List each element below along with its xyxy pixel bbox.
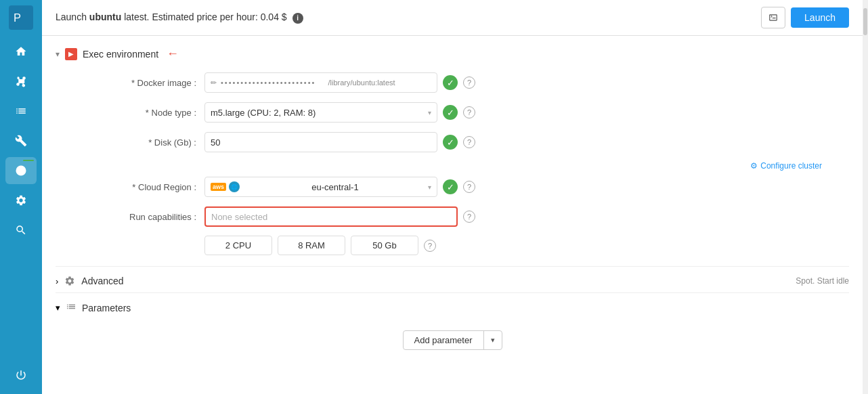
topbar-title: Launch ubuntu latest. Estimated price pe… <box>56 12 761 24</box>
notification-badge <box>23 160 34 161</box>
app-logo[interactable]: P <box>9 5 33 30</box>
sidebar-item-runs[interactable] <box>5 97 37 125</box>
sidebar: P <box>0 0 42 394</box>
svg-point-1 <box>16 166 26 176</box>
scrollbar[interactable] <box>863 0 868 394</box>
launch-button[interactable]: Launch <box>791 7 849 28</box>
configure-cluster-link[interactable]: ⚙ Configure cluster <box>750 161 822 171</box>
app-name: ubuntu <box>89 12 121 22</box>
params-title: Parameters <box>82 303 131 313</box>
docker-image-label: * Docker image : <box>110 78 204 88</box>
docker-image-value: /library/ubuntu:latest <box>328 79 432 87</box>
sidebar-item-home[interactable] <box>5 38 37 65</box>
run-cap-help[interactable]: ? <box>463 211 475 223</box>
run-cap-row: Run capabilities : None selected ? <box>110 206 822 227</box>
docker-image-input[interactable]: ✏ •••••••••••••••••••••••• /library/ubun… <box>204 72 437 93</box>
sidebar-item-search[interactable] <box>5 217 37 244</box>
run-cap-control: None selected ? <box>204 206 475 227</box>
aws-badge: aws 🌐 <box>211 181 240 192</box>
disk-check: ✓ <box>443 135 458 150</box>
add-param-button[interactable]: Add parameter ▾ <box>403 330 502 350</box>
resources-help[interactable]: ? <box>424 240 436 252</box>
cloud-region-help[interactable]: ? <box>463 181 475 193</box>
topbar: Launch ubuntu latest. Estimated price pe… <box>42 0 863 36</box>
sidebar-item-tools[interactable] <box>5 127 37 154</box>
sidebar-item-pipelines[interactable] <box>5 68 37 95</box>
run-cap-input[interactable]: None selected <box>204 206 458 227</box>
run-cap-placeholder: None selected <box>211 212 267 222</box>
aws-logo: aws <box>211 183 226 191</box>
advanced-title: Advanced <box>81 276 123 286</box>
svg-text:P: P <box>14 12 21 24</box>
exec-env-icon: ▶ <box>65 48 77 60</box>
launch-prefix: Launch <box>56 12 89 22</box>
resource-row: 2 CPU 8 RAM 50 Gb ? <box>110 236 822 255</box>
node-type-check: ✓ <box>443 105 458 120</box>
docker-image-blurred: •••••••••••••••••••••••• <box>221 79 324 87</box>
exec-env-header[interactable]: ▾ ▶ Exec environment ← <box>56 47 849 61</box>
add-param-area: Add parameter ▾ <box>56 330 849 350</box>
scroll-thumb[interactable] <box>863 8 867 35</box>
launch-suffix: latest. Estimated price per hour: <box>121 12 260 22</box>
disk-help[interactable]: ? <box>463 136 475 148</box>
cpu-tag: 2 CPU <box>204 236 272 255</box>
exec-env-section: ▾ ▶ Exec environment ← * Docker image : … <box>56 47 849 255</box>
content-area: ▾ ▶ Exec environment ← * Docker image : … <box>42 36 863 394</box>
configure-cluster-icon: ⚙ <box>750 161 758 171</box>
cloud-region-select[interactable]: aws 🌐 eu-central-1 ▾ <box>204 177 437 197</box>
advanced-chevron[interactable]: › <box>56 276 58 286</box>
docker-image-control: ✏ •••••••••••••••••••••••• /library/ubun… <box>204 72 475 93</box>
cloud-region-row: * Cloud Region : aws 🌐 eu-central-1 ▾ ✓ … <box>110 176 822 198</box>
disk-tag: 50 Gb <box>351 236 418 255</box>
exec-env-arrow: ← <box>167 47 179 61</box>
node-type-row: * Node type : m5.large (CPU: 2, RAM: 8) … <box>110 102 822 123</box>
configure-link-row: ⚙ Configure cluster <box>110 161 822 171</box>
disk-label: * Disk (Gb) : <box>110 137 204 148</box>
sidebar-item-settings[interactable] <box>5 187 37 214</box>
node-type-control: m5.large (CPU: 2, RAM: 8) ▾ ✓ ? <box>204 102 475 123</box>
sidebar-item-notifications[interactable] <box>5 157 37 184</box>
ram-tag: 8 RAM <box>278 236 345 255</box>
terminal-button[interactable] <box>761 7 785 28</box>
params-chevron[interactable]: ▾ <box>56 303 60 313</box>
disk-value: 50 <box>211 137 220 148</box>
docker-image-check: ✓ <box>443 75 458 90</box>
node-type-help[interactable]: ? <box>463 106 475 118</box>
exec-env-form: * Docker image : ✏ •••••••••••••••••••••… <box>56 72 849 255</box>
docker-image-help[interactable]: ? <box>463 76 475 89</box>
cloud-region-value: eu-central-1 <box>311 182 358 192</box>
settings-icon <box>64 275 76 287</box>
add-param-label: Add parameter <box>404 331 484 349</box>
exec-env-title: Exec environment <box>83 49 158 60</box>
params-header: ▾ Parameters <box>56 301 849 314</box>
list-icon <box>66 301 77 314</box>
pencil-icon: ✏ <box>211 79 217 87</box>
node-type-chevron: ▾ <box>428 109 431 116</box>
advanced-section: › Advanced Spot. Start idle <box>56 266 849 287</box>
docker-image-row: * Docker image : ✏ •••••••••••••••••••••… <box>110 72 822 93</box>
cloud-region-control: aws 🌐 eu-central-1 ▾ ✓ ? <box>204 177 475 197</box>
topbar-actions: Launch <box>761 7 849 28</box>
advanced-info: Spot. Start idle <box>796 276 849 286</box>
disk-row: * Disk (Gb) : 50 ✓ ? <box>110 131 822 153</box>
parameters-section: ▾ Parameters <box>56 292 849 314</box>
earth-icon: 🌐 <box>229 181 240 192</box>
node-type-select[interactable]: m5.large (CPU: 2, RAM: 8) ▾ <box>204 102 437 123</box>
node-type-label: * Node type : <box>110 108 204 118</box>
price-value: 0.04 $ <box>261 12 287 22</box>
run-cap-label: Run capabilities : <box>110 212 204 222</box>
price-info-icon[interactable]: i <box>292 13 303 24</box>
exec-env-chevron: ▾ <box>56 49 60 59</box>
node-type-value: m5.large (CPU: 2, RAM: 8) <box>211 108 316 118</box>
configure-cluster-label: Configure cluster <box>760 161 822 171</box>
cloud-region-label: * Cloud Region : <box>110 182 204 192</box>
disk-control: 50 ✓ ? <box>204 132 475 152</box>
cloud-region-check: ✓ <box>443 179 458 194</box>
add-param-chevron-icon: ▾ <box>484 332 502 349</box>
main-content: Launch ubuntu latest. Estimated price pe… <box>42 0 863 394</box>
cloud-region-chevron: ▾ <box>428 183 431 191</box>
advanced-left: › Advanced <box>56 275 124 287</box>
sidebar-item-power[interactable] <box>5 362 37 389</box>
disk-input[interactable]: 50 <box>204 132 437 152</box>
